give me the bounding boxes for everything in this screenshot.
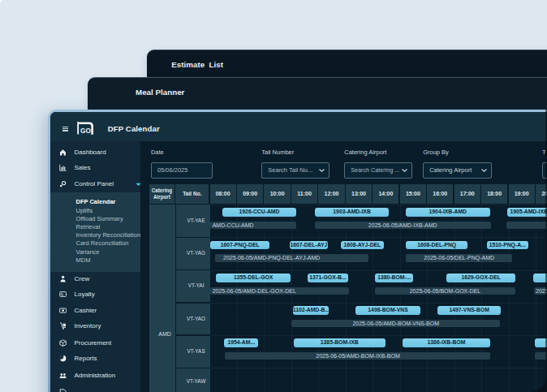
svg-text:GO: GO	[80, 127, 91, 135]
